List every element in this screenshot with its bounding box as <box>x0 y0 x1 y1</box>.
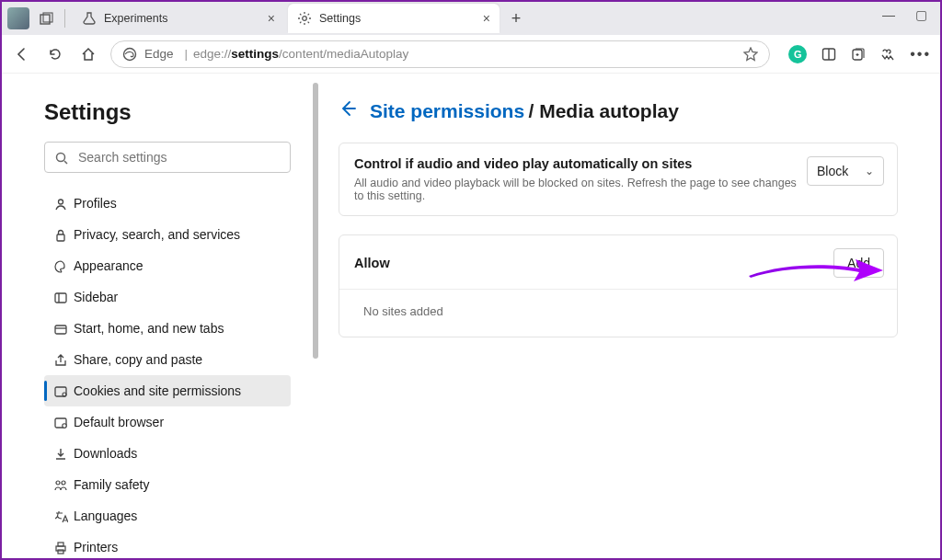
sidebar-item-profiles[interactable]: Profiles <box>44 188 291 219</box>
divider <box>64 9 65 28</box>
autoplay-mode-dropdown[interactable]: Block ⌄ <box>807 156 884 186</box>
close-icon[interactable]: × <box>483 11 490 26</box>
dropdown-value: Block <box>817 164 848 178</box>
settings-nav: Profiles Privacy, search, and services A… <box>44 188 291 560</box>
search-icon <box>54 149 69 166</box>
favorite-icon[interactable] <box>743 46 758 61</box>
back-button[interactable] <box>11 46 33 63</box>
add-button[interactable]: Add <box>833 248 884 278</box>
sidebar-item-family[interactable]: Family safety <box>44 469 291 500</box>
content-area: Settings Profiles Privacy, search, and s… <box>2 74 940 558</box>
sidebar-item-label: Privacy, search, and services <box>74 227 240 242</box>
sidebar-item-default-browser[interactable]: Default browser <box>44 406 291 438</box>
address-bar[interactable]: Edge | edge://settings/content/mediaAuto… <box>110 40 770 68</box>
refresh-button[interactable] <box>44 46 66 63</box>
sidebar-item-label: Default browser <box>74 415 164 429</box>
control-desc: All audio and video playback will be blo… <box>354 177 807 202</box>
window-controls: ― ▢ × <box>875 2 935 28</box>
breadcrumb-separator: / <box>529 100 540 121</box>
sidebar-item-sidebar[interactable]: Sidebar <box>44 281 291 313</box>
sidebar-item-printers[interactable]: Printers <box>44 531 291 560</box>
svg-point-19 <box>56 481 60 485</box>
profile-avatar[interactable] <box>7 7 29 29</box>
search-settings[interactable] <box>44 142 291 173</box>
profile-icon <box>53 195 74 211</box>
svg-line-8 <box>64 161 67 164</box>
sidebar-item-share[interactable]: Share, copy and paste <box>44 344 291 375</box>
window-titlebar: Experiments × Settings × + ― ▢ × <box>2 2 940 35</box>
maximize-button[interactable]: ▢ <box>915 7 927 22</box>
close-icon[interactable]: × <box>268 11 275 26</box>
sidebar-item-label: Profiles <box>74 196 117 211</box>
palette-icon <box>53 257 74 273</box>
sidebar-item-label: Family safety <box>74 477 149 492</box>
more-icon[interactable]: ••• <box>910 46 931 63</box>
breadcrumb: Site permissions / Media autoplay <box>339 99 931 122</box>
collections-icon[interactable] <box>851 46 866 63</box>
allow-list-card: Allow Add No sites added <box>339 234 898 337</box>
flask-icon <box>82 11 97 26</box>
svg-rect-23 <box>58 550 63 554</box>
allow-title: Allow <box>354 256 833 270</box>
printer-icon <box>53 539 74 554</box>
svg-point-2 <box>303 17 307 21</box>
sidebar-item-label: Cookies and site permissions <box>74 383 241 398</box>
svg-rect-13 <box>55 326 66 334</box>
toolbar-right-icons: G ••• <box>788 45 931 63</box>
sidebar-item-downloads[interactable]: Downloads <box>44 438 291 469</box>
family-icon <box>53 476 74 492</box>
sidebar-item-label: Languages <box>74 509 137 523</box>
svg-point-20 <box>62 481 65 485</box>
sidebar-item-privacy[interactable]: Privacy, search, and services <box>44 219 291 250</box>
sidebar-item-label: Share, copy and paste <box>74 352 202 367</box>
svg-point-9 <box>59 200 63 204</box>
home-button[interactable] <box>77 46 99 63</box>
control-autoplay-card: Control if audio and video play automati… <box>339 143 898 216</box>
lock-icon <box>53 226 74 242</box>
heart-icon[interactable] <box>880 46 895 63</box>
minimize-button[interactable]: ― <box>882 7 895 22</box>
control-title: Control if audio and video play automati… <box>354 156 807 171</box>
sidebar-item-label: Start, home, and new tabs <box>74 321 224 336</box>
cookie-icon <box>53 383 74 398</box>
breadcrumb-current: Media autoplay <box>539 100 679 121</box>
tab-settings[interactable]: Settings × <box>288 4 500 33</box>
edge-label: Edge <box>144 47 174 61</box>
sidebar-item-label: Appearance <box>74 258 144 273</box>
browser-icon <box>53 414 74 429</box>
sidebar-item-appearance[interactable]: Appearance <box>44 250 291 281</box>
sidebar-item-start[interactable]: Start, home, and new tabs <box>44 313 291 344</box>
svg-rect-15 <box>55 387 66 396</box>
breadcrumb-back-button[interactable] <box>339 99 357 122</box>
new-tab-button[interactable]: + <box>503 9 529 29</box>
language-icon <box>53 508 74 523</box>
svg-rect-11 <box>55 293 66 303</box>
download-icon <box>53 445 74 461</box>
sidebar-item-label: Printers <box>74 540 118 554</box>
sidebar-item-label: Downloads <box>74 446 137 461</box>
divider: | <box>185 47 189 61</box>
tab-title: Settings <box>319 12 483 25</box>
settings-sidebar: Settings Profiles Privacy, search, and s… <box>2 74 318 558</box>
sidebar-scrollbar[interactable] <box>313 74 318 558</box>
chevron-down-icon: ⌄ <box>865 165 874 177</box>
split-screen-icon[interactable] <box>821 46 836 63</box>
tab-experiments[interactable]: Experiments × <box>73 4 284 33</box>
sidebar-item-languages[interactable]: Languages <box>44 500 291 531</box>
settings-main: Site permissions / Media autoplay Contro… <box>318 74 940 558</box>
breadcrumb-parent-link[interactable]: Site permissions <box>370 100 524 121</box>
sidebar-item-label: Sidebar <box>74 290 118 304</box>
svg-rect-10 <box>57 234 64 241</box>
grammarly-icon[interactable]: G <box>788 45 807 63</box>
tab-actions-icon[interactable] <box>39 10 53 26</box>
edge-logo-icon <box>122 46 137 61</box>
allow-empty-text: No sites added <box>339 290 897 337</box>
tab-icon <box>53 320 74 336</box>
search-input[interactable] <box>78 150 281 165</box>
svg-point-18 <box>63 423 66 427</box>
sidebar-item-cookies[interactable]: Cookies and site permissions <box>44 375 291 406</box>
svg-rect-22 <box>58 543 63 546</box>
settings-heading: Settings <box>44 99 296 125</box>
share-icon <box>53 351 74 367</box>
browser-toolbar: Edge | edge://settings/content/mediaAuto… <box>2 35 940 74</box>
